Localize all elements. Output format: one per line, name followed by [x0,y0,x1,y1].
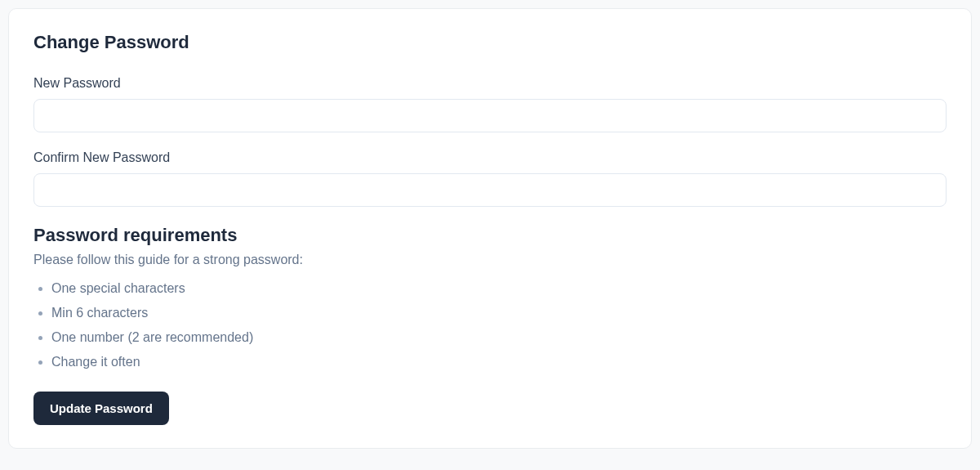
requirement-item: Change it often [51,352,947,372]
card-title: Change Password [33,32,947,53]
requirement-item: One special characters [51,279,947,298]
confirm-password-label: Confirm New Password [33,150,947,165]
requirements-list: One special characters Min 6 characters … [33,279,947,372]
requirement-item: Min 6 characters [51,303,947,323]
confirm-password-group: Confirm New Password [33,150,947,207]
requirement-item: One number (2 are recommended) [51,328,947,347]
requirements-subtitle: Please follow this guide for a strong pa… [33,253,947,267]
change-password-card: Change Password New Password Confirm New… [8,8,972,449]
update-password-button[interactable]: Update Password [33,392,169,425]
requirements-title: Password requirements [33,225,947,246]
new-password-group: New Password [33,76,947,132]
confirm-password-input[interactable] [33,173,947,207]
new-password-input[interactable] [33,99,947,132]
new-password-label: New Password [33,76,947,91]
